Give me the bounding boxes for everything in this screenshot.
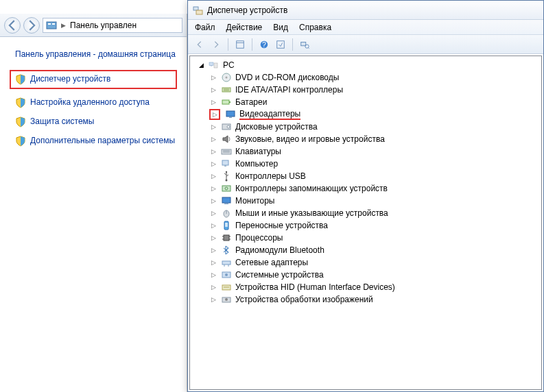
shield-icon [15,117,26,127]
expand-icon[interactable]: ▷ [209,258,217,267]
svg-rect-15 [214,63,217,68]
tree-node[interactable]: ▷Мыши и иные указывающие устройства [209,207,541,219]
tree-node[interactable]: ▷Радиомодули Bluetooth [209,244,541,256]
svg-rect-9 [277,40,285,48]
menu-view[interactable]: Вид [273,23,288,32]
expand-icon[interactable]: ▷ [209,98,217,106]
tree-node-label: Радиомодули Bluetooth [235,245,324,255]
svg-rect-41 [225,223,228,227]
monitor-icon [221,195,232,206]
svg-rect-36 [222,197,230,203]
tree-node-label: Мониторы [235,196,274,206]
tree-node[interactable]: ▷Переносные устройства [209,219,541,232]
device-tree[interactable]: ◢ PC ▷DVD и CD-ROM дисководы▷IDE ATA/ATA… [189,56,542,390]
tree-node[interactable]: ▷Устройства HID (Human Interface Devices… [209,281,541,293]
expand-icon[interactable]: ▷ [209,135,217,143]
optical-icon [221,72,232,83]
sidebar-item-device-manager[interactable]: Диспетчер устройств [10,70,177,89]
tree-node[interactable]: ▷Процессоры [209,232,541,244]
expand-icon[interactable]: ▷ [209,197,217,205]
expand-icon[interactable]: ▷ [209,184,217,193]
toolbar-separator [228,38,228,51]
tree-node[interactable]: ▷Устройства обработки изображений [209,293,541,306]
tree-node[interactable]: ▷Мониторы [209,195,541,207]
ide-icon [221,84,232,95]
expand-icon[interactable]: ▷ [209,86,217,94]
tree-node[interactable]: ▷Компьютер [209,158,541,170]
sidebar-item-system-protection[interactable]: Защита системы [15,117,181,127]
imaging-icon [221,294,232,305]
svg-rect-22 [229,101,230,103]
toolbar-properties-button[interactable] [233,37,248,52]
collapse-icon[interactable]: ◢ [197,61,205,69]
tree-node-label: Видеоадаптеры [239,109,300,120]
tree-node[interactable]: ▷Системные устройства [209,269,541,281]
battery-icon [221,97,232,108]
svg-rect-21 [222,100,229,104]
expand-icon[interactable]: ▷ [209,160,217,168]
expand-icon[interactable]: ▷ [209,234,217,242]
breadcrumb-arrow-icon: ▶ [61,22,66,29]
tree-node[interactable]: ▷Дисковые устройства [209,121,541,133]
expand-icon[interactable]: ▷ [209,147,217,156]
expand-icon[interactable]: ▷ [209,172,217,180]
cp-heading[interactable]: Панель управления - домашняя страница [15,49,181,60]
breadcrumb[interactable]: ▶ Панель управлен [43,18,182,33]
expand-icon[interactable]: ▷ [209,73,217,82]
expand-icon[interactable]: ▷ [209,209,217,217]
menu-action[interactable]: Действие [226,23,263,32]
network-icon [221,257,232,268]
expand-icon[interactable]: ▷ [209,283,217,291]
sidebar-item-label: Дополнительные параметры системы [30,136,175,147]
expand-icon[interactable]: ▷ [209,123,217,131]
toolbar-help-button[interactable]: ? [257,37,272,52]
svg-rect-14 [211,66,212,66]
sound-icon [221,134,232,145]
svg-point-17 [226,77,228,79]
tree-node-label: Системные устройства [235,270,324,280]
tree-node[interactable]: ▷Сетевые адаптеры [209,256,541,269]
svg-rect-34 [222,186,230,191]
expand-icon[interactable]: ▷ [209,246,217,254]
tree-node[interactable]: ▷IDE ATA/ATAPI контроллеры [209,84,541,96]
svg-point-26 [227,125,230,128]
tree-node[interactable]: ▷Клавиатуры [209,145,541,158]
cp-nav-bar: ▶ Панель управлен [0,14,187,37]
window-title: Диспетчер устройств [207,5,287,15]
menu-help[interactable]: Справка [299,23,331,32]
dm-toolbar: ? [188,35,543,54]
sidebar-item-remote-access[interactable]: Настройка удаленного доступа [15,97,181,108]
control-panel-icon [46,20,57,31]
computer-icon [221,158,232,169]
svg-rect-30 [222,160,228,165]
tree-node-label: DVD и CD-ROM дисководы [235,73,339,82]
back-button[interactable] [4,17,21,34]
svg-rect-3 [193,7,198,10]
disk-icon [221,121,232,132]
sidebar-item-advanced-system[interactable]: Дополнительные параметры системы [15,136,181,147]
hid-icon [221,282,232,293]
tree-node[interactable]: ▷Контроллеры запоминающих устройств [209,182,541,195]
dm-title-bar[interactable]: Диспетчер устройств [188,1,543,20]
toolbar-forward-button[interactable] [209,37,224,52]
toolbar-show-hidden-button[interactable] [273,37,288,52]
forward-button[interactable] [23,17,40,34]
tree-node-label: Переносные устройства [235,221,328,230]
tree-node[interactable]: ▷Батареи [209,96,541,108]
tree-node[interactable]: ▷Звуковые, видео и игровые устройства [209,133,541,145]
svg-rect-0 [47,22,56,29]
expand-icon[interactable]: ▷ [209,295,217,304]
tree-root-node[interactable]: ◢ PC [197,59,541,71]
tree-node[interactable]: ▷Видеоадаптеры [209,108,541,121]
tree-node[interactable]: ▷Контроллеры USB [209,170,541,182]
svg-rect-4 [196,10,202,14]
expand-icon[interactable]: ▷ [209,221,217,230]
tree-node-label: Контроллеры USB [235,171,306,181]
toolbar-back-button[interactable] [192,37,207,52]
expand-icon[interactable]: ▷ [211,110,219,119]
menu-file[interactable]: Файл [195,23,215,32]
tree-node[interactable]: ▷DVD и CD-ROM дисководы [209,71,541,84]
toolbar-scan-button[interactable] [297,37,312,52]
expand-icon[interactable]: ▷ [209,271,217,279]
svg-rect-24 [229,117,232,118]
